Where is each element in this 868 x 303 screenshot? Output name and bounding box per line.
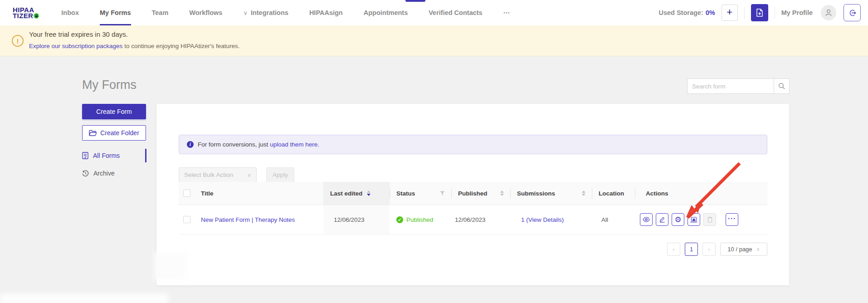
- apply-button[interactable]: Apply: [266, 167, 294, 182]
- column-actions: Actions: [635, 182, 767, 205]
- cell-status: ✓Published: [390, 205, 451, 234]
- trial-message: Your free trial expires in 30 days.: [29, 30, 128, 38]
- status-badge: Published: [406, 216, 433, 223]
- hipaatizer-logo[interactable]: HIPAA TIZER: [13, 7, 39, 19]
- chevron-down-icon: ∨: [247, 172, 251, 178]
- subscription-packages-link[interactable]: Explore our subscription packages: [29, 43, 122, 49]
- logo-text: HIPAA TIZER: [13, 7, 39, 19]
- cell-location: All: [592, 205, 635, 234]
- column-title: Title: [201, 190, 214, 197]
- profile-avatar[interactable]: [821, 5, 836, 20]
- pagination: ‹ 1 › 10 / page ∨: [667, 243, 767, 256]
- more-actions-button[interactable]: ···: [726, 213, 738, 226]
- prev-page-button[interactable]: ‹: [667, 243, 680, 256]
- page-size-select[interactable]: 10 / page ∨: [720, 243, 767, 256]
- forms-panel: i For form conversions, just upload them…: [156, 104, 789, 285]
- new-form-button[interactable]: [751, 4, 768, 21]
- trial-submessage: Explore our subscription packages to con…: [29, 43, 240, 49]
- add-storage-button[interactable]: +: [722, 5, 738, 21]
- bulk-action-select[interactable]: Select Bulk Action ∨: [179, 167, 257, 182]
- page-title: My Forms: [82, 78, 137, 92]
- search-input[interactable]: [687, 78, 774, 94]
- nav-item-my-forms[interactable]: My Forms: [89, 0, 141, 25]
- delete-button: [703, 213, 716, 226]
- upload-here-link[interactable]: upload them here.: [270, 141, 319, 148]
- top-navigation-bar: HIPAA TIZER Inbox My Forms Team Workflow…: [0, 0, 868, 25]
- sidebar-item-archive[interactable]: Archive: [82, 167, 146, 179]
- nav-item-hipaasign[interactable]: HIPAAsign: [299, 0, 353, 25]
- form-conversion-banner: i For form conversions, just upload them…: [179, 135, 767, 154]
- blur-artifact: [0, 294, 168, 303]
- create-form-button[interactable]: Create Form: [82, 104, 146, 119]
- nav-item-appointments[interactable]: AppointmentsBeta: [353, 0, 418, 25]
- pencil-icon: [659, 216, 665, 223]
- publish-button[interactable]: [688, 213, 700, 226]
- sort-icon[interactable]: [367, 191, 371, 196]
- filter-icon[interactable]: [440, 191, 445, 196]
- form-title-link[interactable]: New Patient Form | Therapy Notes: [201, 216, 295, 223]
- info-text: For form conversions, just: [198, 141, 268, 148]
- bulk-action-row: Select Bulk Action ∨ Apply: [179, 167, 294, 182]
- nav-item-team[interactable]: Team: [141, 0, 179, 25]
- blur-artifact: [153, 252, 187, 280]
- cell-last-edited: 12/06/2023: [323, 205, 390, 234]
- view-details-link[interactable]: 1 (View Details): [521, 216, 564, 223]
- logout-button[interactable]: [844, 4, 861, 21]
- column-location: Location: [592, 182, 635, 205]
- cell-submissions: 1 (View Details): [510, 205, 592, 234]
- settings-button[interactable]: ⚙: [672, 213, 684, 226]
- table-header-row: Title Last edited Status Published Submi…: [179, 182, 767, 205]
- chevron-down-icon: ∨: [243, 10, 248, 16]
- used-storage-label: Used Storage:: [658, 9, 703, 16]
- lock-icon: [34, 13, 39, 19]
- forms-table: Title Last edited Status Published Submi…: [179, 182, 767, 235]
- person-icon: [824, 9, 833, 17]
- row-checkbox[interactable]: [183, 216, 190, 223]
- my-profile-label[interactable]: My Profile: [781, 9, 813, 16]
- divider: [775, 7, 775, 19]
- cell-published: 12/06/2023: [451, 205, 510, 234]
- preview-button[interactable]: [640, 213, 653, 226]
- info-icon: i: [187, 141, 194, 148]
- nav-item-integrations[interactable]: ∨Integrations: [233, 0, 299, 25]
- logout-icon: [848, 9, 856, 17]
- trash-icon: [707, 216, 713, 223]
- used-storage-value: 0%: [706, 9, 715, 16]
- folder-icon: [89, 130, 97, 136]
- select-all-checkbox[interactable]: [183, 190, 190, 197]
- search-icon: [778, 83, 785, 90]
- page-number-button[interactable]: 1: [685, 243, 698, 256]
- divider: [744, 7, 745, 19]
- column-submissions[interactable]: Submissions: [510, 182, 592, 205]
- nav-item-more[interactable]: ⋯: [493, 0, 521, 25]
- nav-item-inbox[interactable]: Inbox: [51, 0, 89, 25]
- more-icon: ···: [728, 215, 736, 222]
- trial-expiry-banner: ! Your free trial expires in 30 days. Ex…: [0, 25, 868, 56]
- edit-button[interactable]: [656, 213, 668, 226]
- column-status: Status: [390, 182, 451, 205]
- nav-item-verified-contacts[interactable]: Verified Contacts: [418, 0, 493, 25]
- sort-icon[interactable]: [582, 191, 585, 196]
- sort-icon[interactable]: [500, 191, 504, 196]
- column-published[interactable]: Published: [451, 182, 510, 205]
- table-row: New Patient Form | Therapy Notes 12/06/2…: [179, 205, 767, 235]
- plus-icon: +: [727, 7, 732, 17]
- warning-icon: !: [12, 35, 24, 47]
- chevron-down-icon: ∨: [756, 246, 760, 252]
- search-button[interactable]: [774, 78, 790, 94]
- gear-icon: ⚙: [674, 216, 681, 224]
- eye-icon: [643, 217, 650, 222]
- search-form-group: [687, 78, 790, 94]
- nav-right-section: Used Storage: 0% + My Profile: [658, 4, 861, 21]
- check-circle-icon: ✓: [396, 216, 403, 223]
- device-icon: [690, 217, 697, 223]
- forms-icon: [82, 152, 88, 159]
- column-last-edited[interactable]: Last edited: [323, 182, 390, 205]
- next-page-button[interactable]: ›: [702, 243, 716, 256]
- history-clock-icon: [82, 170, 89, 177]
- nav-item-workflows[interactable]: Workflows: [179, 0, 233, 25]
- create-folder-button[interactable]: Create Folder: [82, 125, 146, 141]
- cell-actions: ⚙ ···: [635, 205, 767, 234]
- nav-menu: Inbox My Forms Team Workflows ∨Integrati…: [51, 0, 520, 25]
- sidebar-item-all-forms[interactable]: All Forms: [82, 150, 146, 161]
